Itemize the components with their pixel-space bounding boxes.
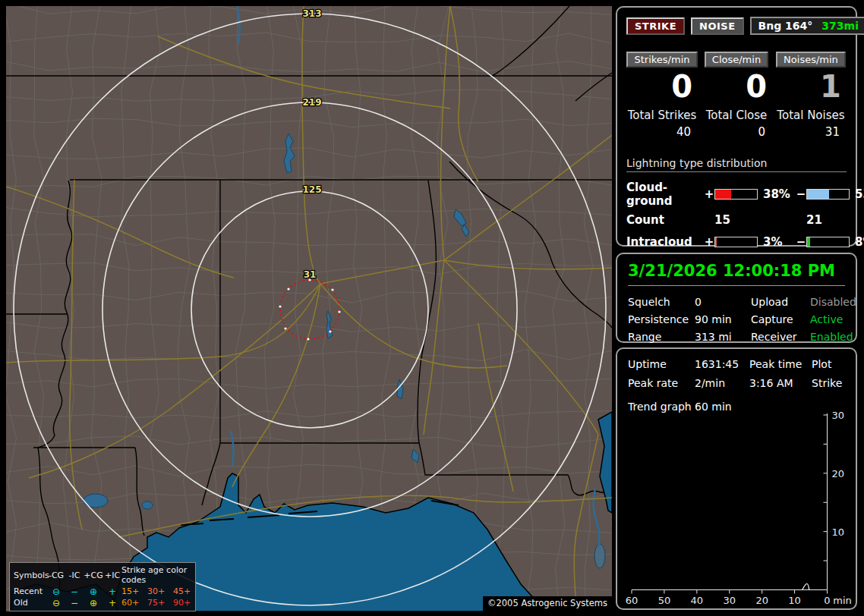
trend-tick-labels: 1020306050403020100min: [626, 410, 852, 606]
receiver-value: Enabled: [810, 331, 856, 343]
ring-label-219: 219: [302, 97, 321, 108]
svg-text:min: min: [833, 595, 852, 606]
counters-panel: STRIKE NOISE Bng 164°373mi Strikes/min 0…: [616, 6, 857, 247]
capture-label: Capture: [751, 313, 810, 325]
intracloud-row: Intracloud + 3% − 8%: [626, 235, 847, 249]
trend-graph: 1020306050403020100min: [617, 408, 859, 608]
age-60: 60+: [121, 598, 147, 608]
trend-series: [803, 584, 809, 590]
svg-text:20: 20: [832, 468, 845, 479]
legend-col-pos-cg: +CG: [84, 570, 103, 580]
trend-ticks: [632, 415, 828, 594]
svg-text:40: 40: [691, 595, 704, 606]
plus-sign: +: [704, 235, 714, 249]
svg-text:0: 0: [824, 595, 830, 606]
plot-label: Plot: [812, 358, 845, 370]
peak-rate-value: 2/min: [695, 377, 749, 389]
cg-minus-bar: [806, 189, 850, 200]
pos-ic-old-icon: +: [103, 599, 121, 608]
svg-text:20: 20: [755, 595, 768, 606]
cloud-ground-counts: Count 15 21: [626, 213, 847, 227]
squelch-value: 0: [695, 296, 751, 308]
range-label: Range: [628, 331, 695, 343]
copyright-notice: ©2005 Astrogenic Systems: [483, 596, 612, 611]
bearing-readout: Bng 164°373mi: [750, 17, 864, 35]
svg-text:30: 30: [832, 410, 845, 421]
svg-text:50: 50: [658, 595, 671, 606]
rate-counters: Strikes/min 0 Total Strikes 40 Close/min…: [617, 52, 856, 139]
age-30: 30+: [147, 586, 173, 596]
total-noises-label: Total Noises: [776, 108, 846, 122]
cg-minus-percent: 53%: [850, 187, 864, 201]
count-label: Count: [626, 213, 704, 227]
noise-mode-button[interactable]: NOISE: [691, 17, 744, 35]
noises-counter: Noises/min 1 Total Noises 31: [774, 52, 848, 139]
ring-label-125: 125: [302, 184, 321, 195]
peak-time-label: Peak time: [749, 358, 812, 370]
pos-cg-recent-icon: ⊕: [84, 587, 103, 596]
uptime-label: Uptime: [628, 358, 695, 370]
mode-toolbar: STRIKE NOISE Bng 164°373mi: [617, 8, 856, 35]
close-counter: Close/min 0 Total Close 0: [699, 52, 774, 139]
strikes-per-min-header[interactable]: Strikes/min: [626, 52, 697, 68]
cg-plus-percent: 38%: [758, 187, 796, 201]
age-15: 15+: [121, 586, 147, 596]
cloud-ground-label: Cloud-ground: [626, 181, 704, 208]
neg-cg-recent-icon: ⊖: [47, 587, 65, 596]
cg-plus-count: 15: [714, 213, 758, 227]
trend-axes: [632, 413, 828, 590]
pos-cg-old-icon: ⊕: [84, 599, 103, 608]
neg-cg-old-icon: ⊖: [47, 599, 65, 608]
symbol-legend: Symbols -CG -IC +CG +IC Strike age color…: [9, 562, 196, 611]
ic-plus-bar: [714, 237, 758, 247]
distribution-title: Lightning type distribution: [626, 157, 847, 172]
close-per-min-header[interactable]: Close/min: [705, 52, 768, 68]
total-close-value: 0: [702, 125, 771, 139]
cg-minus-count: 21: [806, 213, 850, 227]
pos-ic-recent-icon: +: [103, 587, 121, 596]
plot-value: Strike: [812, 377, 845, 389]
noises-per-min-value: 1: [776, 71, 846, 102]
peak-time-value: 3:16 AM: [749, 377, 812, 389]
stats-panel: Uptime 1631:45 Peak time Plot Peak rate …: [616, 347, 857, 610]
app-window: { "map": { "ring_labels": {"outer": "313…: [0, 0, 864, 616]
ring-label-31: 31: [304, 269, 317, 280]
persistence-label: Persistence: [628, 313, 695, 325]
total-strikes-value: 40: [627, 125, 697, 139]
plus-sign: +: [704, 187, 714, 201]
capture-value: Active: [810, 313, 856, 325]
legend-old-label: Old: [14, 598, 47, 608]
cloud-ground-row: Cloud-ground + 38% − 53%: [626, 181, 847, 208]
range-value: 313 mi: [695, 331, 751, 343]
legend-symbols-header: Symbols: [14, 570, 47, 580]
ic-plus-percent: 3%: [758, 235, 796, 249]
legend-recent-label: Recent: [14, 586, 47, 596]
total-close-label: Total Close: [702, 108, 771, 122]
strikes-per-min-value: 0: [627, 71, 697, 102]
bearing-distance: 373mi: [821, 20, 859, 32]
stats-grid: Uptime 1631:45 Peak time Plot Peak rate …: [628, 358, 845, 389]
age-45: 45+: [173, 586, 196, 596]
minus-sign: −: [796, 187, 806, 201]
squelch-label: Squelch: [628, 296, 695, 308]
map-canvas: 313 219 125 31: [6, 6, 612, 611]
peak-rate-label: Peak rate: [628, 377, 695, 389]
minus-sign: −: [796, 235, 806, 249]
total-strikes-label: Total Strikes: [627, 108, 697, 122]
upload-value: Disabled: [810, 296, 856, 308]
status-grid: Squelch 0 Upload Disabled Persistence 90…: [628, 296, 845, 343]
total-noises-value: 31: [776, 125, 846, 139]
clock: 3/21/2026 12:00:18 PM: [628, 262, 845, 286]
age-90: 90+: [173, 598, 196, 608]
close-per-min-value: 0: [702, 71, 771, 102]
noises-per-min-header[interactable]: Noises/min: [776, 52, 846, 68]
lightning-map[interactable]: 313 219 125 31 Symbols -CG -IC +CG +IC S…: [6, 6, 612, 611]
age-75: 75+: [147, 598, 173, 608]
ic-minus-percent: 8%: [850, 235, 864, 249]
svg-text:30: 30: [723, 595, 736, 606]
strike-mode-button[interactable]: STRIKE: [626, 17, 685, 35]
svg-text:10: 10: [788, 595, 801, 606]
strikes-counter: Strikes/min 0 Total Strikes 40: [625, 52, 699, 139]
intracloud-label: Intracloud: [626, 235, 704, 249]
legend-col-pos-ic: +IC: [103, 570, 121, 580]
